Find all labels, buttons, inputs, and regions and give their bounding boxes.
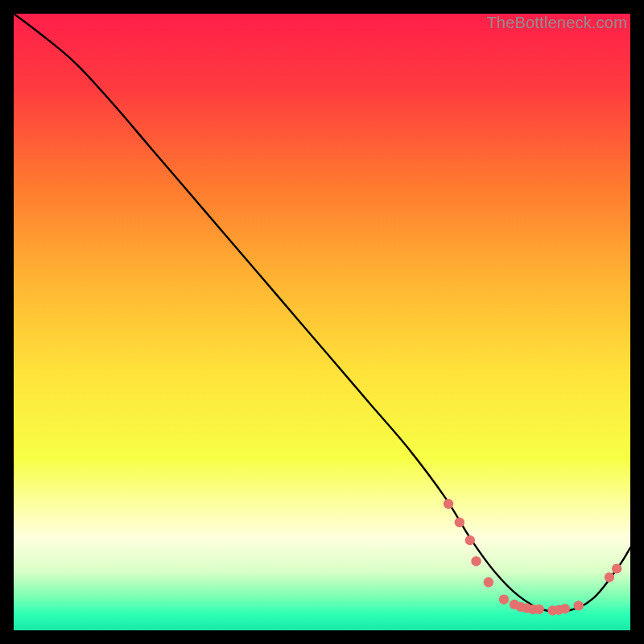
highlight-point (605, 572, 614, 582)
highlight-point (560, 604, 570, 613)
highlight-point (484, 577, 493, 587)
highlight-point (455, 518, 464, 527)
highlight-point (612, 564, 621, 573)
highlight-point (471, 556, 481, 566)
chart-canvas (14, 14, 630, 630)
gradient-background (14, 14, 630, 630)
highlight-point (573, 601, 583, 610)
highlight-point (534, 605, 543, 614)
highlight-point (465, 535, 475, 545)
highlight-point (499, 595, 509, 605)
chart-frame: TheBottleneck.com (14, 14, 630, 630)
highlight-point (444, 499, 453, 509)
watermark-text: TheBottleneck.com (486, 14, 627, 32)
